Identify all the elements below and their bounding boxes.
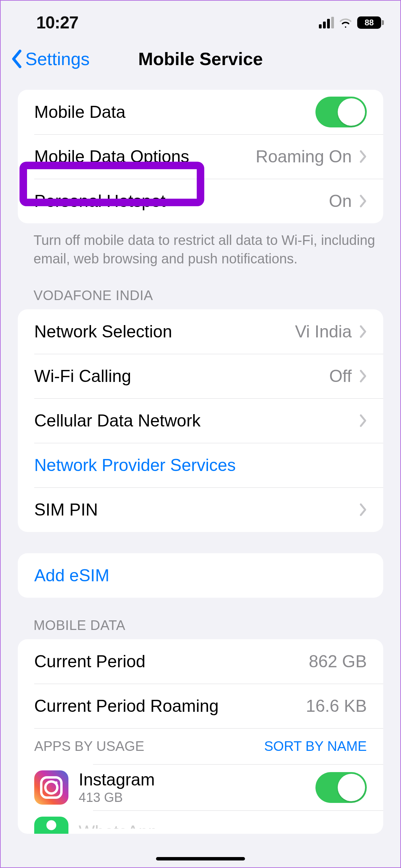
label-apps-by-usage: APPS BY USAGE xyxy=(34,739,144,754)
app-usage: 413 GB xyxy=(79,790,315,805)
label-wifi-calling: Wi-Fi Calling xyxy=(34,366,329,386)
value-personal-hotspot: On xyxy=(329,191,352,211)
chevron-right-icon xyxy=(359,195,367,208)
row-mobile-data-options[interactable]: Mobile Data Options Roaming On xyxy=(18,134,383,179)
app-name: Instagram xyxy=(79,770,315,790)
row-mobile-data[interactable]: Mobile Data xyxy=(18,90,383,134)
label-add-esim: Add eSIM xyxy=(34,566,367,585)
instagram-icon xyxy=(34,770,68,805)
back-label: Settings xyxy=(25,49,90,69)
home-indicator[interactable] xyxy=(156,857,245,860)
battery-icon: 88 xyxy=(357,16,384,29)
label-mobile-data-options: Mobile Data Options xyxy=(34,147,256,166)
cellular-signal-icon xyxy=(319,17,334,28)
section-header-mobile-data: MOBILE DATA xyxy=(1,598,400,639)
chevron-left-icon xyxy=(11,50,23,68)
sub-header-apps: APPS BY USAGE SORT BY NAME xyxy=(18,728,383,764)
chevron-right-icon xyxy=(359,414,367,427)
row-sim-pin[interactable]: SIM PIN xyxy=(18,487,383,532)
group-usage: Current Period 862 GB Current Period Roa… xyxy=(18,639,383,834)
row-current-period: Current Period 862 GB xyxy=(18,639,383,684)
wifi-icon xyxy=(339,17,352,28)
label-current-period-roaming: Current Period Roaming xyxy=(34,696,306,716)
footer-note-mobile-data: Turn off mobile data to restrict all dat… xyxy=(1,223,400,268)
status-indicators: 88 xyxy=(319,16,384,29)
value-wifi-calling: Off xyxy=(329,366,352,386)
row-cellular-data-network[interactable]: Cellular Data Network xyxy=(18,398,383,443)
back-button[interactable]: Settings xyxy=(11,49,90,69)
chevron-right-icon xyxy=(359,503,367,516)
label-network-provider-services: Network Provider Services xyxy=(34,455,367,475)
row-personal-hotspot[interactable]: Personal Hotspot On xyxy=(18,179,383,223)
status-bar: 10:27 88 xyxy=(1,1,400,38)
label-current-period: Current Period xyxy=(34,652,309,671)
nav-header: Settings Mobile Service xyxy=(1,38,400,83)
toggle-mobile-data[interactable] xyxy=(315,97,367,127)
row-network-provider-services[interactable]: Network Provider Services xyxy=(18,443,383,487)
status-time: 10:27 xyxy=(36,13,78,33)
row-wifi-calling[interactable]: Wi-Fi Calling Off xyxy=(18,354,383,398)
app-row-whatsapp[interactable]: WhatsApp xyxy=(18,810,383,834)
chevron-right-icon xyxy=(359,150,367,163)
group-esim: Add eSIM xyxy=(18,553,383,598)
group-carrier: Network Selection Vi India Wi-Fi Calling… xyxy=(18,309,383,532)
label-personal-hotspot: Personal Hotspot xyxy=(34,191,329,211)
row-current-period-roaming: Current Period Roaming 16.6 KB xyxy=(18,684,383,728)
label-mobile-data: Mobile Data xyxy=(34,102,315,122)
app-row-instagram[interactable]: Instagram 413 GB xyxy=(18,764,383,810)
row-add-esim[interactable]: Add eSIM xyxy=(18,553,383,598)
app-name: WhatsApp xyxy=(79,822,367,829)
label-sim-pin: SIM PIN xyxy=(34,500,352,520)
value-mobile-data-options: Roaming On xyxy=(256,147,352,166)
toggle-app-instagram[interactable] xyxy=(315,772,367,803)
label-cellular-data-network: Cellular Data Network xyxy=(34,411,352,431)
chevron-right-icon xyxy=(359,370,367,383)
whatsapp-icon xyxy=(34,817,68,834)
group-mobile-data: Mobile Data Mobile Data Options Roaming … xyxy=(18,90,383,223)
value-network-selection: Vi India xyxy=(295,322,352,342)
svg-point-0 xyxy=(47,820,56,830)
sort-by-name-button[interactable]: SORT BY NAME xyxy=(264,739,367,754)
chevron-right-icon xyxy=(359,325,367,338)
section-header-carrier: VODAFONE INDIA xyxy=(1,268,400,309)
label-network-selection: Network Selection xyxy=(34,322,295,342)
row-network-selection[interactable]: Network Selection Vi India xyxy=(18,309,383,354)
value-current-period: 862 GB xyxy=(309,652,367,671)
value-current-period-roaming: 16.6 KB xyxy=(306,696,367,716)
